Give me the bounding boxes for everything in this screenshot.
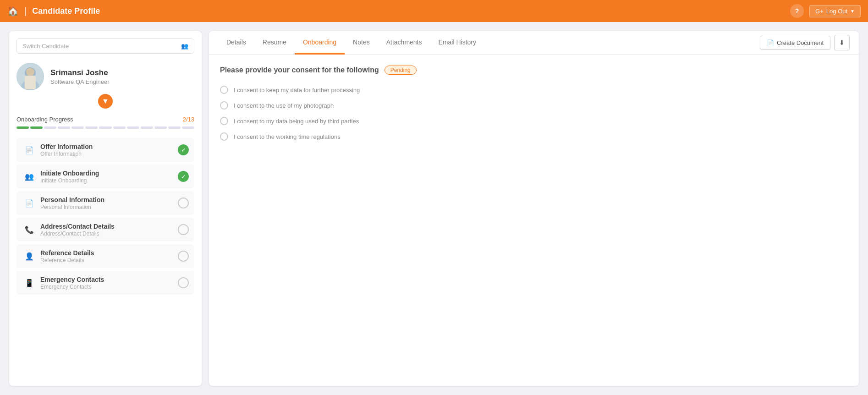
tab-attachments[interactable]: Attachments (378, 31, 430, 55)
logout-button[interactable]: G+ Log Out ▼ (809, 5, 861, 17)
item-status-emergency-contacts (178, 277, 189, 288)
svg-point-3 (26, 68, 34, 76)
tab-resume[interactable]: Resume (254, 31, 295, 55)
tabs-bar: DetailsResumeOnboardingNotesAttachmentsE… (209, 31, 859, 55)
tab-details[interactable]: Details (218, 31, 254, 55)
tab-email-history[interactable]: Email History (430, 31, 484, 55)
download-button[interactable]: ⬇ (834, 35, 850, 50)
create-doc-icon: 📄 (767, 39, 774, 46)
sidebar-items-list: 📄 Offer Information Offer Information ✓ … (16, 138, 194, 295)
nav-right: ? G+ Log Out ▼ (790, 4, 861, 18)
consent-header: Please provide your consent for the foll… (220, 66, 848, 75)
progress-header: Onboarding Progress 2/13 (16, 116, 194, 123)
collapse-button[interactable]: ▼ (98, 94, 113, 109)
item-text-offer-info: Offer Information Offer Information (40, 143, 178, 157)
progress-segment (85, 126, 98, 129)
consent-radio-0[interactable] (220, 86, 228, 94)
item-title-emergency-contacts: Emergency Contacts (40, 276, 178, 283)
candidate-name: Srimansi Joshe (50, 68, 110, 77)
progress-segment (182, 126, 194, 129)
item-text-address-contact: Address/Contact Details Address/Contact … (40, 223, 178, 237)
avatar-image (16, 63, 44, 90)
item-title-initiate-onboarding: Initiate Onboarding (40, 170, 178, 177)
progress-segment (113, 126, 126, 129)
switch-candidate-input[interactable]: Switch Candidate 👥 (16, 38, 194, 54)
consent-text-3: I consent to the working time regulation… (234, 133, 341, 140)
sidebar-item-emergency-contacts[interactable]: 📱 Emergency Contacts Emergency Contacts (16, 271, 194, 295)
tab-onboarding[interactable]: Onboarding (295, 31, 345, 55)
main-content: DetailsResumeOnboardingNotesAttachmentsE… (209, 31, 859, 386)
sidebar-item-address-contact[interactable]: 📞 Address/Contact Details Address/Contac… (16, 218, 194, 241)
nav-divider: | (24, 6, 27, 16)
progress-segment (127, 126, 139, 129)
item-subtitle-emergency-contacts: Emergency Contacts (40, 284, 178, 290)
item-status-personal-info (178, 198, 189, 208)
sidebar: Switch Candidate 👥 Srimansi Joshe S (9, 31, 202, 386)
item-title-address-contact: Address/Contact Details (40, 223, 178, 230)
item-text-emergency-contacts: Emergency Contacts Emergency Contacts (40, 276, 178, 290)
item-status-initiate-onboarding: ✓ (178, 171, 189, 182)
app-title: Candidate Profile (32, 6, 790, 16)
progress-segment (99, 126, 111, 129)
main-layout: Switch Candidate 👥 Srimansi Joshe S (0, 22, 868, 395)
progress-segment (141, 126, 153, 129)
item-title-reference-details: Reference Details (40, 249, 178, 257)
consent-text-0: I consent to keep my data for further pr… (234, 87, 360, 93)
tab-notes[interactable]: Notes (345, 31, 378, 55)
tabs-container: DetailsResumeOnboardingNotesAttachmentsE… (218, 31, 484, 54)
switch-candidate-placeholder: Switch Candidate (22, 43, 69, 49)
progress-segment (154, 126, 167, 129)
progress-bar (16, 126, 194, 129)
tabs-right-actions: 📄 Create Document ⬇ (760, 35, 850, 50)
consent-items-list: I consent to keep my data for further pr… (220, 86, 848, 141)
sidebar-item-initiate-onboarding[interactable]: 👥 Initiate Onboarding Initiate Onboardin… (16, 165, 194, 188)
consent-radio-3[interactable] (220, 132, 228, 141)
item-subtitle-personal-info: Personal Information (40, 204, 178, 210)
pending-circle (178, 224, 189, 235)
onboarding-tab-content: Please provide your consent for the foll… (209, 55, 859, 386)
logout-label: Log Out (826, 8, 847, 15)
item-text-initiate-onboarding: Initiate Onboarding Initiate Onboarding (40, 170, 178, 184)
progress-segment (16, 126, 29, 129)
item-icon-reference-details: 👤 (22, 249, 37, 263)
item-icon-offer-info: 📄 (22, 143, 37, 157)
item-status-address-contact (178, 224, 189, 235)
sidebar-item-personal-info[interactable]: 📄 Personal Information Personal Informat… (16, 191, 194, 215)
candidate-job-title: Software QA Engineer (50, 78, 110, 85)
complete-icon: ✓ (178, 171, 189, 182)
consent-radio-1[interactable] (220, 101, 228, 110)
consent-radio-2[interactable] (220, 117, 228, 125)
consent-item-2: I consent to my data being used by third… (220, 117, 848, 125)
progress-label: Onboarding Progress (16, 116, 73, 123)
create-document-button[interactable]: 📄 Create Document (760, 36, 830, 50)
progress-segment (168, 126, 181, 129)
status-badge: Pending (385, 66, 417, 75)
pending-circle (178, 277, 189, 288)
consent-item-1: I consent to the use of my photograph (220, 101, 848, 110)
item-status-offer-info: ✓ (178, 144, 189, 155)
item-icon-address-contact: 📞 (22, 222, 37, 237)
download-icon: ⬇ (839, 39, 845, 46)
item-text-personal-info: Personal Information Personal Informatio… (40, 196, 178, 210)
progress-value: 2/13 (183, 116, 194, 123)
item-text-reference-details: Reference Details Reference Details (40, 249, 178, 263)
sidebar-item-offer-info[interactable]: 📄 Offer Information Offer Information ✓ (16, 138, 194, 162)
consent-text-1: I consent to the use of my photograph (234, 102, 334, 109)
progress-segment (58, 126, 70, 129)
progress-segment (71, 126, 84, 129)
collapse-section: ▼ (16, 94, 194, 109)
sidebar-item-reference-details[interactable]: 👤 Reference Details Reference Details (16, 244, 194, 268)
consent-item-0: I consent to keep my data for further pr… (220, 86, 848, 94)
item-subtitle-offer-info: Offer Information (40, 151, 178, 157)
progress-segment (30, 126, 43, 129)
onboarding-progress-section: Onboarding Progress 2/13 (16, 116, 194, 129)
home-icon[interactable]: 🏠 (7, 5, 19, 16)
pending-circle (178, 198, 189, 208)
help-button[interactable]: ? (790, 4, 804, 18)
create-doc-label: Create Document (777, 39, 824, 46)
top-navigation: 🏠 | Candidate Profile ? G+ Log Out ▼ (0, 0, 868, 22)
chevron-down-icon: ▼ (850, 9, 855, 14)
item-subtitle-initiate-onboarding: Initiate Onboarding (40, 177, 178, 184)
item-subtitle-reference-details: Reference Details (40, 257, 178, 263)
consent-text-2: I consent to my data being used by third… (234, 118, 359, 125)
